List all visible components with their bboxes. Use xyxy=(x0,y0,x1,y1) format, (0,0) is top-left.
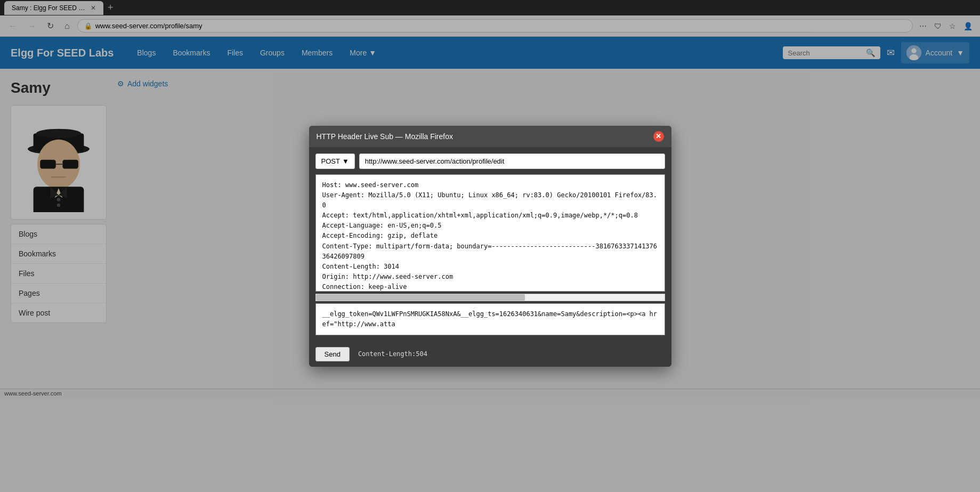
modal-title: HTTP Header Live Sub — Mozilla Firefox xyxy=(317,132,453,141)
chevron-down-icon: ▼ xyxy=(342,157,349,165)
modal-url-bar: POST ▼ xyxy=(315,154,665,169)
modal-overlay: HTTP Header Live Sub — Mozilla Firefox ✕… xyxy=(0,0,980,398)
modal-close-button[interactable]: ✕ xyxy=(653,131,664,142)
http-header-modal: HTTP Header Live Sub — Mozilla Firefox ✕… xyxy=(309,126,671,367)
scrollbar-thumb xyxy=(316,294,525,301)
headers-display: Host: www.seed-server.com User-Agent: Mo… xyxy=(315,174,665,292)
body-display: __elgg_token=QWv1LWFPnSMRUGKIA58NxA&__el… xyxy=(315,303,665,335)
modal-url-input[interactable] xyxy=(359,154,665,169)
modal-titlebar: HTTP Header Live Sub — Mozilla Firefox ✕ xyxy=(309,126,671,147)
send-button[interactable]: Send xyxy=(315,347,350,361)
modal-footer: Send Content-Length:504 xyxy=(309,342,671,367)
content-length-display: Content-Length:504 xyxy=(358,350,427,358)
method-select[interactable]: POST ▼ xyxy=(315,154,355,169)
modal-body: POST ▼ Host: www.seed-server.com User-Ag… xyxy=(309,147,671,342)
horizontal-scrollbar[interactable] xyxy=(315,294,665,301)
